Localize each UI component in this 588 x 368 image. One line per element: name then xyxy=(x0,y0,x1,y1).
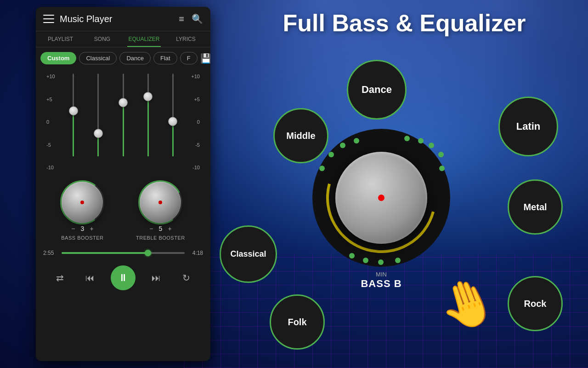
label-minus5: -5 xyxy=(46,142,55,148)
dot-7 xyxy=(340,143,345,148)
slider-thumb-3[interactable] xyxy=(119,98,128,107)
slider-track-5 xyxy=(172,74,174,156)
slider-thumb-2[interactable] xyxy=(94,129,103,138)
tab-lyrics[interactable]: LYRICS xyxy=(165,31,207,47)
bass-label: MIN BASS B xyxy=(361,271,401,290)
slider-thumb-5[interactable] xyxy=(168,117,177,126)
bass-knob-area: MIN BASS B xyxy=(312,129,450,267)
genre-dance[interactable]: Dance xyxy=(347,60,407,120)
eq-labels-left: +10 +5 0 -5 -10 xyxy=(45,74,57,170)
dot-9 xyxy=(404,136,410,141)
slider-track-1 xyxy=(73,74,74,156)
dot-6 xyxy=(328,152,334,157)
bass-knob-dot xyxy=(80,201,84,204)
left-panel: Music Player ≡ 🔍 PLAYLIST SONG EQUALIZER… xyxy=(36,7,210,361)
genre-classical[interactable]: Classical xyxy=(220,225,277,283)
filter-icon[interactable]: ≡ xyxy=(179,14,184,24)
preset-classical[interactable]: Classical xyxy=(79,52,117,64)
slider-track-4 xyxy=(147,74,149,156)
preset-custom[interactable]: Custom xyxy=(40,52,76,64)
treble-booster-knob[interactable] xyxy=(140,182,181,223)
eq-sliders: +10 +5 0 -5 -10 xyxy=(36,69,210,175)
rlabel-zero: 0 xyxy=(191,119,200,125)
genre-metal[interactable]: Metal xyxy=(508,179,563,235)
dot-1 xyxy=(349,253,355,259)
treble-knob-dot xyxy=(158,201,162,204)
slider-fill-4 xyxy=(147,97,149,156)
bass-knob-container: ▲ xyxy=(62,182,103,223)
bass-controls: − 3 + xyxy=(71,225,93,232)
treble-value: 5 xyxy=(157,225,164,232)
menu-icon[interactable] xyxy=(43,15,54,23)
slider-fill-3 xyxy=(123,103,124,156)
tab-song[interactable]: SONG xyxy=(81,31,123,47)
total-time: 4:18 xyxy=(188,250,203,256)
repeat-button[interactable]: ↻ xyxy=(177,269,195,287)
tab-playlist[interactable]: PLAYLIST xyxy=(40,31,81,47)
prev-button[interactable]: ⏮ xyxy=(81,269,99,287)
dot-4 xyxy=(395,258,401,263)
label-zero: 0 xyxy=(46,119,55,125)
boosters: ▲ − 3 + BASS BOOSTER ▲ xyxy=(36,177,210,245)
dot-2 xyxy=(363,258,368,263)
slider-2[interactable] xyxy=(90,74,107,170)
rlabel-plus5: +5 xyxy=(191,97,200,102)
progress-section: 2:55 4:18 xyxy=(36,245,210,261)
dot-3 xyxy=(378,259,384,265)
dot-10 xyxy=(418,138,424,144)
rlabel-minus5: -5 xyxy=(191,142,200,148)
eq-presets: Custom Classical Dance Flat F 💾 xyxy=(36,47,210,69)
bass-plus[interactable]: + xyxy=(90,225,93,232)
slider-track-2 xyxy=(97,74,99,156)
rlabel-minus10: -10 xyxy=(191,165,200,170)
progress-bar[interactable] xyxy=(62,252,185,254)
slider-track-3 xyxy=(123,74,124,156)
progress-fill xyxy=(62,252,148,254)
dot-11 xyxy=(429,143,434,148)
next-button[interactable]: ⏭ xyxy=(147,269,165,287)
dot-8 xyxy=(354,138,359,144)
slider-fill-5 xyxy=(172,121,174,156)
playback-controls: ⇄ ⏮ ⏸ ⏭ ↻ xyxy=(36,261,210,298)
progress-thumb[interactable] xyxy=(145,250,151,256)
save-icon[interactable]: 💾 xyxy=(200,53,210,64)
genre-latin[interactable]: Latin xyxy=(498,97,558,156)
slider-1[interactable] xyxy=(65,74,82,170)
label-minus10: -10 xyxy=(46,165,55,170)
slider-3[interactable] xyxy=(115,74,131,170)
treble-plus[interactable]: + xyxy=(168,225,171,232)
bass-knob[interactable] xyxy=(335,152,427,244)
current-time: 2:55 xyxy=(43,250,58,256)
preset-f[interactable]: F xyxy=(180,52,198,64)
treble-knob-container: ▲ xyxy=(140,182,181,223)
preset-dance[interactable]: Dance xyxy=(119,52,151,64)
bass-minus[interactable]: − xyxy=(71,225,75,232)
pause-button[interactable]: ⏸ xyxy=(111,265,136,290)
bass-label-text: BASS BOOSTER xyxy=(61,235,103,241)
shuffle-button[interactable]: ⇄ xyxy=(51,269,69,287)
preset-flat[interactable]: Flat xyxy=(153,52,177,64)
label-plus5: +5 xyxy=(46,97,55,102)
treble-booster: ▲ − 5 + TREBLE BOOSTER xyxy=(136,182,185,241)
dot-13 xyxy=(439,166,445,171)
bass-knob-outer[interactable] xyxy=(312,129,450,267)
rlabel-plus10: +10 xyxy=(191,74,200,79)
genre-folk[interactable]: Folk xyxy=(270,294,325,350)
panel-tabs: PLAYLIST SONG EQUALIZER LYRICS xyxy=(36,31,210,47)
search-icon[interactable]: 🔍 xyxy=(192,13,203,24)
slider-thumb-4[interactable] xyxy=(143,92,153,101)
bass-booster: ▲ − 3 + BASS BOOSTER xyxy=(61,182,103,241)
bass-booster-knob[interactable] xyxy=(62,182,103,223)
slider-5[interactable] xyxy=(164,74,181,170)
genre-rock[interactable]: Rock xyxy=(508,276,563,331)
treble-minus[interactable]: − xyxy=(149,225,153,232)
panel-header: Music Player ≡ 🔍 xyxy=(36,7,210,31)
tab-equalizer[interactable]: EQUALIZER xyxy=(123,31,165,47)
slider-4[interactable] xyxy=(140,74,156,170)
slider-thumb-1[interactable] xyxy=(69,106,78,115)
eq-labels-right: +10 +5 0 -5 -10 xyxy=(189,74,202,170)
slider-fill-1 xyxy=(73,111,74,156)
knob-red-dot xyxy=(378,195,384,201)
main-title: Full Bass & Equalizer xyxy=(230,9,579,37)
dot-5 xyxy=(319,166,325,171)
